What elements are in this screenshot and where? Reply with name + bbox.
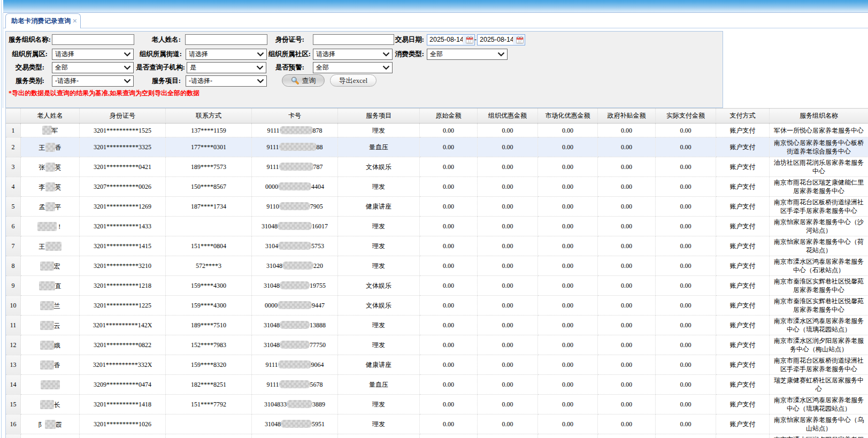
svg-text:17: 17 — [518, 39, 522, 43]
svg-text:17: 17 — [467, 39, 472, 43]
